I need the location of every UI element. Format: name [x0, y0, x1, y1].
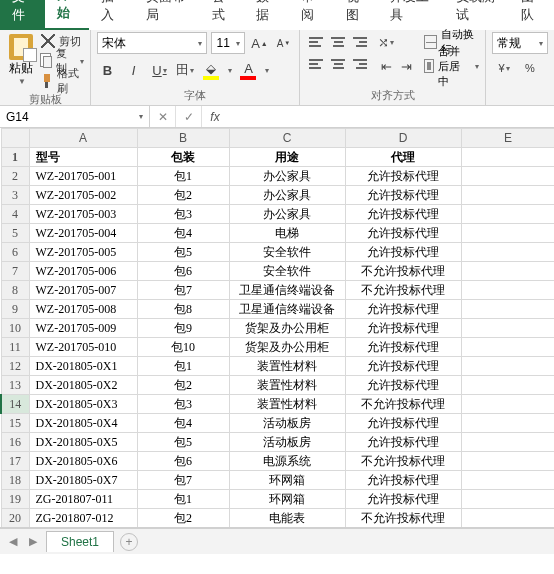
cell[interactable]: [461, 357, 554, 376]
col-header-B[interactable]: B: [137, 129, 229, 148]
cell[interactable]: 允许投标代理: [345, 433, 461, 452]
select-all-corner[interactable]: [1, 129, 29, 148]
cell[interactable]: [461, 452, 554, 471]
cell[interactable]: DX-201805-0X5: [29, 433, 137, 452]
tab-4[interactable]: 数据: [244, 0, 289, 30]
chevron-down-icon[interactable]: ▾: [265, 66, 269, 75]
row-header[interactable]: 10: [1, 319, 29, 338]
cell[interactable]: 卫星通信终端设备: [229, 300, 345, 319]
cell[interactable]: [461, 243, 554, 262]
cell[interactable]: WZ-201705-001: [29, 167, 137, 186]
confirm-formula-button[interactable]: ✓: [176, 106, 202, 127]
percent-button[interactable]: %: [518, 58, 542, 78]
cell[interactable]: 活动板房: [229, 433, 345, 452]
row-header[interactable]: 13: [1, 376, 29, 395]
cell[interactable]: 包8: [137, 300, 229, 319]
align-right-button[interactable]: [350, 54, 370, 74]
cell[interactable]: [461, 376, 554, 395]
cell[interactable]: 允许投标代理: [345, 471, 461, 490]
row-header[interactable]: 20: [1, 509, 29, 528]
tab-6[interactable]: 视图: [334, 0, 379, 30]
cell[interactable]: 不允许投标代理: [345, 395, 461, 414]
cell[interactable]: [461, 490, 554, 509]
cell[interactable]: DX-201805-0X2: [29, 376, 137, 395]
cell[interactable]: ZG-201807-012: [29, 509, 137, 528]
cell[interactable]: 卫星通信终端设备: [229, 281, 345, 300]
row-header[interactable]: 17: [1, 452, 29, 471]
cell[interactable]: [461, 300, 554, 319]
row-header[interactable]: 16: [1, 433, 29, 452]
fill-color-button[interactable]: ⬙: [201, 60, 221, 80]
align-center-button[interactable]: [328, 54, 348, 74]
cell[interactable]: 电源系统: [229, 452, 345, 471]
cell[interactable]: 允许投标代理: [345, 186, 461, 205]
cell[interactable]: 包7: [137, 281, 229, 300]
increase-indent-button[interactable]: ⇥: [396, 56, 416, 76]
orientation-button[interactable]: ⤭▾: [376, 32, 396, 52]
cell[interactable]: 包2: [137, 509, 229, 528]
cell[interactable]: 包9: [137, 319, 229, 338]
tab-9[interactable]: 团队: [509, 0, 554, 30]
cell[interactable]: 安全软件: [229, 262, 345, 281]
cell[interactable]: [461, 167, 554, 186]
tab-8[interactable]: 负载测试: [444, 0, 509, 30]
cell[interactable]: WZ-201705-009: [29, 319, 137, 338]
cell[interactable]: DX-201805-0X6: [29, 452, 137, 471]
cell[interactable]: [461, 433, 554, 452]
cell[interactable]: [461, 395, 554, 414]
add-sheet-button[interactable]: +: [120, 533, 138, 551]
cell[interactable]: 电能表: [229, 509, 345, 528]
cell[interactable]: WZ-201705-005: [29, 243, 137, 262]
cell[interactable]: 包3: [137, 528, 229, 529]
cell[interactable]: WZ-201705-006: [29, 262, 137, 281]
increase-font-button[interactable]: [249, 33, 269, 53]
cell[interactable]: DX-201805-0X4: [29, 414, 137, 433]
cell[interactable]: 包7: [137, 471, 229, 490]
font-name-select[interactable]: 宋体▾: [97, 32, 207, 54]
cell[interactable]: 包1: [137, 357, 229, 376]
row-header[interactable]: 19: [1, 490, 29, 509]
row-header[interactable]: 21: [1, 528, 29, 529]
row-header[interactable]: 5: [1, 224, 29, 243]
font-color-button[interactable]: A: [238, 60, 258, 80]
cell[interactable]: [461, 414, 554, 433]
cell[interactable]: 包10: [137, 338, 229, 357]
row-header[interactable]: 11: [1, 338, 29, 357]
cell[interactable]: 允许投标代理: [345, 376, 461, 395]
align-bottom-button[interactable]: [350, 32, 370, 52]
cell[interactable]: 包4: [137, 414, 229, 433]
row-header[interactable]: 6: [1, 243, 29, 262]
bold-button[interactable]: B: [97, 60, 117, 80]
cell[interactable]: 装置性材料: [229, 376, 345, 395]
cell[interactable]: 包4: [137, 224, 229, 243]
cell[interactable]: 不允许投标代理: [345, 509, 461, 528]
cell[interactable]: 办公家具: [229, 205, 345, 224]
cell[interactable]: 不允许投标代理: [345, 281, 461, 300]
cell[interactable]: 允许投标代理: [345, 300, 461, 319]
col-header-E[interactable]: E: [461, 129, 554, 148]
decrease-font-button[interactable]: [273, 33, 293, 53]
name-box[interactable]: G14▾: [0, 106, 150, 127]
cell[interactable]: 安全软件: [229, 243, 345, 262]
cancel-formula-button[interactable]: ✕: [150, 106, 176, 127]
cell[interactable]: WZ-201705-004: [29, 224, 137, 243]
number-format-select[interactable]: 常规▾: [492, 32, 548, 54]
row-header[interactable]: 2: [1, 167, 29, 186]
cell[interactable]: 代理: [345, 148, 461, 167]
cell[interactable]: DX-201805-0X7: [29, 471, 137, 490]
cell[interactable]: 允许投标代理: [345, 243, 461, 262]
col-header-A[interactable]: A: [29, 129, 137, 148]
cell[interactable]: 包6: [137, 262, 229, 281]
sheet-nav-next[interactable]: ▶: [26, 535, 40, 548]
tab-0[interactable]: 开始: [45, 0, 90, 30]
row-header[interactable]: 18: [1, 471, 29, 490]
sheet-tab[interactable]: Sheet1: [46, 531, 114, 552]
row-header[interactable]: 7: [1, 262, 29, 281]
cell[interactable]: 包3: [137, 205, 229, 224]
cell[interactable]: WZ-201705-008: [29, 300, 137, 319]
cell[interactable]: [461, 338, 554, 357]
row-header[interactable]: 4: [1, 205, 29, 224]
align-left-button[interactable]: [306, 54, 326, 74]
cell[interactable]: [461, 281, 554, 300]
cell[interactable]: 包3: [137, 395, 229, 414]
